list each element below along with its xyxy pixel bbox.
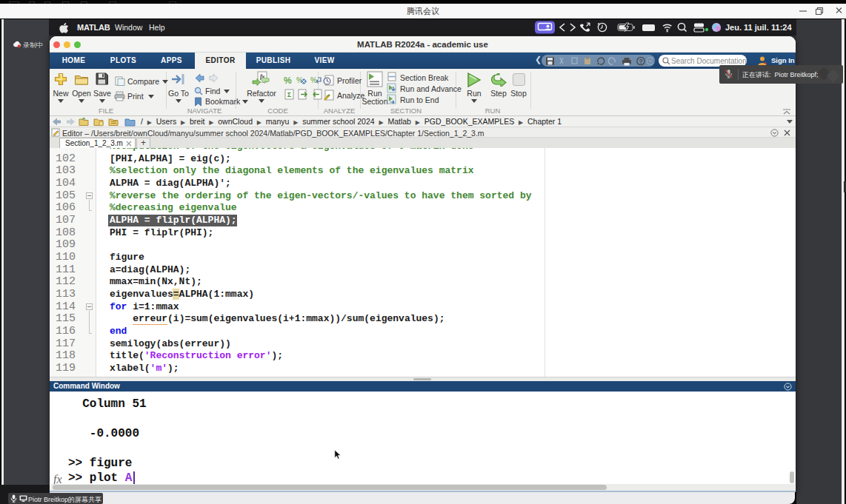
svg-text:?: ? [639, 58, 642, 65]
svg-text:%: % [310, 76, 317, 84]
svg-text:Σ: Σ [287, 91, 292, 98]
